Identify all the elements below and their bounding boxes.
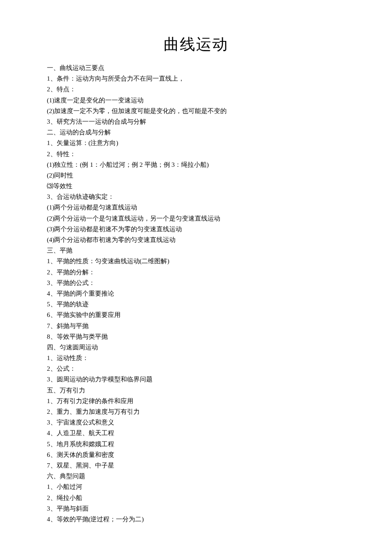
text-line: 3、圆周运动的动力学模型和临界问题 (47, 374, 345, 385)
text-line: 3、宇宙速度公式和意义 (47, 417, 345, 428)
page-title: 曲线运动 (47, 34, 345, 55)
text-line: 8、等效平抛与类平抛 (47, 331, 345, 342)
text-line: 2、重力、重力加速度与万有引力 (47, 407, 345, 417)
text-line: 1、矢量运算：(注意方向) (47, 138, 345, 148)
text-line: 4、等效的平抛(逆过程；一分为二) (47, 514, 345, 525)
text-line: (4)两个分运动都市初速为零的匀变速直线运动 (47, 235, 345, 245)
text-line: (1)两个分运动都是匀速直线运动 (47, 202, 345, 213)
text-line: (2)两个分运动一个是匀速直线运动，另一个是匀变速直线运动 (47, 213, 345, 224)
content-body: 一、曲线运动三要点1、条件：运动方向与所受合力不在同一直线上，2、特点：(1)速… (47, 63, 345, 525)
text-line: 2、绳拉小船 (47, 493, 345, 503)
text-line: 2、特点： (47, 84, 345, 95)
text-line: 1、运动性质： (47, 353, 345, 363)
text-line: 6、测天体的质量和密度 (47, 450, 345, 460)
text-line: ⑶等效性 (47, 181, 345, 192)
text-line: (2)加速度一定不为零，但加速度可能是变化的，也可能是不变的 (47, 106, 345, 116)
text-line: 1、小船过河 (47, 482, 345, 492)
text-line: 5、平抛的轨迹 (47, 299, 345, 310)
text-line: 3、平抛的公式： (47, 278, 345, 288)
text-line: 4、人造卫星、航天工程 (47, 428, 345, 439)
text-line: 一、曲线运动三要点 (47, 63, 345, 73)
text-line: 1、平抛的性质：匀变速曲线运动(二维图解) (47, 256, 345, 267)
text-line: 2、平抛的分解： (47, 267, 345, 278)
text-line: 3、平抛与斜面 (47, 503, 345, 514)
text-line: (1)独立性：(例 1：小船过河；例 2 平抛；例 3：绳拉小船) (47, 160, 345, 170)
text-line: 四、匀速圆周运动 (47, 342, 345, 353)
text-line: 1、万有引力定律的条件和应用 (47, 396, 345, 407)
text-line: 6、平抛实验中的重要应用 (47, 310, 345, 320)
text-line: (3)两个分运动都是初速不为零的匀变速直线运动 (47, 224, 345, 235)
text-line: 7、双星、黑洞、中子星 (47, 460, 345, 471)
text-line: 2、公式： (47, 363, 345, 374)
text-line: 三、平抛 (47, 245, 345, 256)
text-line: 六、典型问题 (47, 471, 345, 482)
text-line: 3、合运动轨迹确实定： (47, 192, 345, 202)
text-line: 4、平抛的两个重要推论 (47, 288, 345, 299)
text-line: 五、万有引力 (47, 385, 345, 396)
text-line: 2、特性： (47, 149, 345, 160)
text-line: 二、运动的合成与分解 (47, 127, 345, 138)
text-line: 5、地月系统和嫦娥工程 (47, 439, 345, 450)
text-line: 1、条件：运动方向与所受合力不在同一直线上， (47, 73, 345, 84)
text-line: 3、研究方法一一运动的合成与分解 (47, 116, 345, 127)
text-line: (2)同时性 (47, 170, 345, 181)
text-line: 7、斜抛与平抛 (47, 321, 345, 331)
text-line: (1)速度一定是变化的一一变速运动 (47, 95, 345, 106)
